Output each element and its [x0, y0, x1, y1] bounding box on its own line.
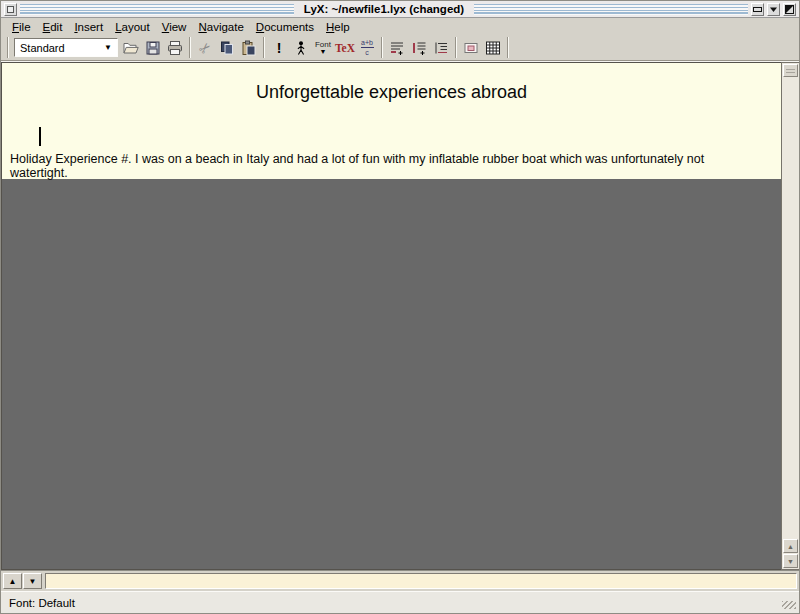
menu-item-navigate[interactable]: Navigate [192, 19, 249, 35]
save-button[interactable] [142, 37, 164, 59]
window-menu-icon [7, 6, 14, 13]
toolbar-separator [263, 37, 265, 58]
font-icon: Font ▼ [315, 41, 331, 55]
window-title: LyX: ~/newfile1.lyx (changed) [297, 2, 471, 17]
down-triangle-icon [769, 5, 778, 14]
document-canvas[interactable]: Unforgettable experiences abroad Holiday… [1, 62, 781, 570]
noun-button[interactable] [290, 37, 312, 59]
menu-item-help[interactable]: Help [320, 19, 356, 35]
document-page[interactable]: Unforgettable experiences abroad Holiday… [2, 63, 781, 179]
minimize-button[interactable] [751, 3, 764, 16]
toolbar-separator [455, 37, 457, 58]
scissors-icon: ✂ [196, 38, 214, 56]
resize-grip[interactable] [782, 601, 796, 609]
menubar: FileEditInsertLayoutViewNavigateDocument… [1, 18, 799, 35]
down-triangle-icon: ▼ [29, 577, 37, 586]
insert-figure-button[interactable] [460, 37, 482, 59]
scrollbar-up-button[interactable]: ▲ [783, 539, 798, 553]
open-button[interactable] [120, 37, 142, 59]
maximize-button[interactable] [767, 3, 780, 16]
minimize-icon [753, 7, 762, 12]
insert-table-button[interactable] [482, 37, 504, 59]
print-button[interactable] [164, 37, 186, 59]
titlebar: LyX: ~/newfile1.lyx (changed) [1, 1, 799, 18]
menu-item-layout[interactable]: Layout [109, 19, 156, 35]
scrollbar-down-button[interactable]: ▼ [783, 554, 798, 568]
save-floppy-icon [144, 39, 162, 57]
paste-clipboard-icon [240, 39, 258, 57]
footnote-button[interactable] [386, 37, 408, 59]
paste-button[interactable] [238, 37, 260, 59]
titlebar-stripes-left [20, 4, 294, 15]
minibuffer-row: ▲ ▼ [1, 570, 799, 591]
layout-select-value: Standard [20, 42, 65, 54]
person-icon [292, 39, 310, 57]
up-triangle-icon: ▲ [787, 543, 794, 550]
figure-icon [462, 39, 480, 57]
open-folder-icon [122, 39, 140, 57]
copy-button[interactable] [216, 37, 238, 59]
document-title[interactable]: Unforgettable experiences abroad [2, 82, 781, 103]
window-menu-button[interactable] [4, 3, 17, 16]
close-button[interactable] [783, 3, 796, 16]
toolbar: Standard ▼ ✂ [1, 35, 799, 61]
menu-item-edit[interactable]: Edit [37, 19, 69, 35]
menu-item-insert[interactable]: Insert [68, 19, 109, 35]
lyx-window: LyX: ~/newfile1.lyx (changed) FileEditIn… [0, 0, 800, 614]
status-text: Font: Default [9, 597, 75, 609]
toolbar-handle [7, 37, 9, 58]
minibuffer-input[interactable] [45, 573, 797, 589]
up-triangle-icon: ▲ [9, 577, 17, 586]
vertical-scrollbar[interactable]: ▲ ▼ [781, 62, 799, 570]
menu-item-documents[interactable]: Documents [250, 19, 320, 35]
table-grid-icon [484, 39, 502, 57]
toolbar-separator [507, 37, 509, 58]
down-arrow-button[interactable]: ▼ [23, 573, 42, 589]
margin-note-button[interactable] [408, 37, 430, 59]
toolbar-separator [189, 37, 191, 58]
footnote-icon [388, 39, 406, 57]
menu-item-view[interactable]: View [156, 19, 193, 35]
text-cursor [39, 127, 41, 146]
toolbar-separator [381, 37, 383, 58]
main-area: Unforgettable experiences abroad Holiday… [1, 61, 799, 570]
scrollbar-thumb[interactable] [783, 64, 798, 77]
printer-icon [166, 39, 184, 57]
statusbar: Font: Default [1, 591, 799, 613]
tex-icon: TeX [335, 42, 355, 54]
up-arrow-button[interactable]: ▲ [3, 573, 22, 589]
math-mode-button[interactable]: a+b c [356, 37, 378, 59]
copy-icon [218, 39, 236, 57]
chevron-down-icon: ▼ [104, 43, 112, 52]
depth-button[interactable] [430, 37, 452, 59]
margin-note-icon [410, 39, 428, 57]
document-paragraph[interactable]: Holiday Experience #. I was on a beach i… [10, 152, 751, 180]
layout-select[interactable]: Standard ▼ [14, 38, 118, 57]
math-fraction-icon: a+b c [361, 39, 374, 56]
exclamation-icon: ! [277, 41, 282, 55]
font-dialog-button[interactable]: Font ▼ [312, 37, 334, 59]
scrollbar-track[interactable] [782, 77, 799, 539]
cut-button[interactable]: ✂ [194, 37, 216, 59]
down-triangle-icon: ▼ [787, 558, 794, 565]
titlebar-stripes-right [474, 4, 748, 15]
menu-item-file[interactable]: File [6, 19, 37, 35]
close-icon [785, 5, 794, 14]
emphasis-button[interactable]: ! [268, 37, 290, 59]
depth-indent-icon [432, 39, 450, 57]
tex-mode-button[interactable]: TeX [334, 37, 356, 59]
